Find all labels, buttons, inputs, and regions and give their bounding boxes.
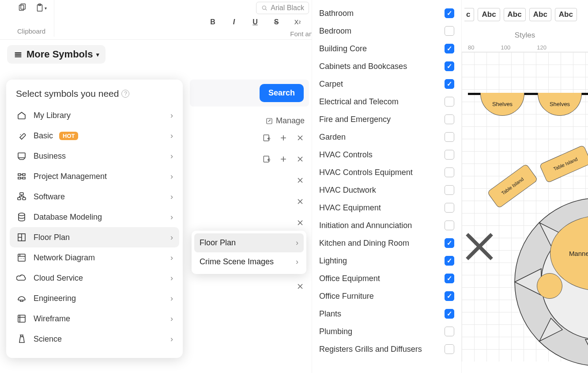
- x-icon[interactable]: [296, 155, 305, 164]
- strike-button[interactable]: S: [270, 16, 283, 28]
- library-carpet[interactable]: Carpet: [312, 75, 461, 93]
- x-icon[interactable]: [296, 133, 305, 142]
- style-preview[interactable]: Abc: [555, 8, 577, 21]
- svg-rect-14: [18, 198, 21, 200]
- ceiling-fan-shape[interactable]: [462, 229, 497, 264]
- library-kitchen-and-dining-room[interactable]: Kitchen and Dining Room: [312, 234, 461, 252]
- checkbox[interactable]: [445, 44, 454, 53]
- library-plumbing[interactable]: Plumbing: [312, 323, 461, 340]
- category-cloud-service[interactable]: Cloud Service ›: [6, 268, 183, 288]
- canvas-column: cAbcAbcAbcAbc Styles 80 100 120 Shelves …: [462, 0, 588, 373]
- checkbox[interactable]: [445, 221, 454, 230]
- library-fire-and-emergency[interactable]: Fire and Emergency: [312, 110, 461, 128]
- library-bathroom[interactable]: Bathroom: [312, 4, 461, 22]
- style-preview[interactable]: Abc: [478, 8, 500, 21]
- checkbox[interactable]: [445, 344, 454, 354]
- category-icon: [16, 130, 27, 141]
- x-icon[interactable]: [296, 176, 305, 185]
- font-family-select[interactable]: Arial Black: [256, 2, 309, 14]
- style-preview[interactable]: c: [464, 8, 474, 21]
- category-business[interactable]: Business ›: [6, 146, 183, 166]
- checkbox[interactable]: [445, 114, 454, 124]
- checkbox[interactable]: [445, 132, 454, 142]
- library-hvac-ductwork[interactable]: HVAC Ductwork: [312, 181, 461, 199]
- x-icon[interactable]: [296, 282, 305, 291]
- library-garden[interactable]: Garden: [312, 128, 461, 146]
- plus-icon[interactable]: [279, 155, 288, 164]
- category-database-modeling[interactable]: Database Modeling ›: [6, 207, 183, 227]
- library-plants[interactable]: Plants: [312, 305, 461, 323]
- category-software[interactable]: Software ›: [6, 186, 183, 207]
- category-basic[interactable]: Basic HOT ›: [6, 126, 183, 146]
- library-hvac-equipment[interactable]: HVAC Equipment: [312, 199, 461, 217]
- category-label: Cloud Service: [34, 274, 83, 283]
- chevron-right-icon: ›: [170, 213, 173, 222]
- checkbox[interactable]: [445, 61, 454, 71]
- category-science[interactable]: Science ›: [6, 329, 183, 349]
- canvas[interactable]: Shelves Shelves Table Island Table Islan…: [462, 52, 588, 362]
- svg-rect-19: [18, 315, 25, 322]
- svg-rect-1: [21, 4, 25, 9]
- shelf-shape[interactable]: Shelves: [480, 93, 524, 116]
- library-office-equipment[interactable]: Office Equipment: [312, 270, 461, 287]
- library-hvac-controls[interactable]: HVAC Controls: [312, 146, 461, 164]
- library-registers-grills-and-diffusers[interactable]: Registers Grills and Diffusers: [312, 340, 461, 358]
- shelf-shape[interactable]: Shelves: [538, 93, 582, 116]
- library-label: Fire and Emergency: [319, 115, 391, 124]
- checkbox[interactable]: [445, 97, 454, 107]
- subcategory-floor-plan[interactable]: Floor Plan›: [194, 233, 304, 252]
- library-cabinets-and-bookcases[interactable]: Cabinets and Bookcases: [312, 57, 461, 75]
- bold-button[interactable]: B: [207, 16, 219, 28]
- ruler-tick: 100: [501, 44, 510, 51]
- style-preview[interactable]: Abc: [529, 8, 551, 21]
- category-network-diagram[interactable]: Network Diagram ›: [6, 247, 183, 268]
- italic-button[interactable]: I: [228, 16, 240, 28]
- checkbox[interactable]: [445, 150, 454, 160]
- library-office-furniture[interactable]: Office Furniture: [312, 287, 461, 305]
- library-lighting[interactable]: Lighting: [312, 252, 461, 270]
- library-building-core[interactable]: Building Core: [312, 40, 461, 57]
- import-icon[interactable]: [262, 155, 271, 164]
- more-symbols-button[interactable]: More Symbols ▾: [7, 45, 106, 64]
- style-preview[interactable]: Abc: [504, 8, 526, 21]
- checkbox[interactable]: [445, 8, 454, 18]
- checkbox[interactable]: [445, 167, 454, 177]
- svg-rect-13: [20, 193, 23, 195]
- import-icon[interactable]: [262, 133, 271, 142]
- checkbox[interactable]: [445, 203, 454, 213]
- paste-icon[interactable]: ▾: [34, 2, 47, 14]
- help-icon[interactable]: ?: [121, 90, 129, 98]
- x-icon[interactable]: [296, 218, 305, 227]
- search-button[interactable]: Search: [260, 84, 304, 102]
- library-bedroom[interactable]: Bedroom: [312, 22, 461, 40]
- category-floor-plan[interactable]: Floor Plan ›: [10, 227, 179, 247]
- plus-icon[interactable]: [279, 133, 288, 142]
- checkbox[interactable]: [445, 274, 454, 283]
- category-project-management[interactable]: Project Management ›: [6, 166, 183, 186]
- x-icon[interactable]: [296, 197, 305, 206]
- category-engineering[interactable]: Engineering ›: [6, 288, 183, 308]
- svg-rect-11: [264, 156, 269, 162]
- checkbox[interactable]: [445, 79, 454, 89]
- checkbox[interactable]: [445, 327, 454, 336]
- category-label: Business: [34, 152, 66, 161]
- underline-button[interactable]: U: [249, 16, 261, 28]
- library-hvac-controls-equipment[interactable]: HVAC Controls Equipment: [312, 164, 461, 181]
- library-electrical-and-telecom[interactable]: Electrical and Telecom: [312, 93, 461, 110]
- subcategory-crime-scene-images[interactable]: Crime Scene Images›: [192, 252, 306, 271]
- library-initiation-and-annunciation[interactable]: Initiation and Annunciation: [312, 217, 461, 234]
- category-icon: [16, 333, 27, 345]
- category-my-library[interactable]: My Library ›: [6, 105, 183, 126]
- checkbox[interactable]: [445, 238, 454, 248]
- copy-icon[interactable]: [16, 2, 28, 14]
- ball-shape[interactable]: [537, 273, 562, 299]
- table-island-shape[interactable]: Table Island: [539, 145, 588, 183]
- checkbox[interactable]: [445, 185, 454, 195]
- category-wireframe[interactable]: Wireframe ›: [6, 308, 183, 329]
- manage-link[interactable]: Manage: [190, 107, 309, 127]
- superscript-button[interactable]: X2: [291, 16, 304, 28]
- checkbox[interactable]: [445, 26, 454, 36]
- checkbox[interactable]: [445, 256, 454, 266]
- checkbox[interactable]: [445, 291, 454, 301]
- checkbox[interactable]: [445, 309, 454, 319]
